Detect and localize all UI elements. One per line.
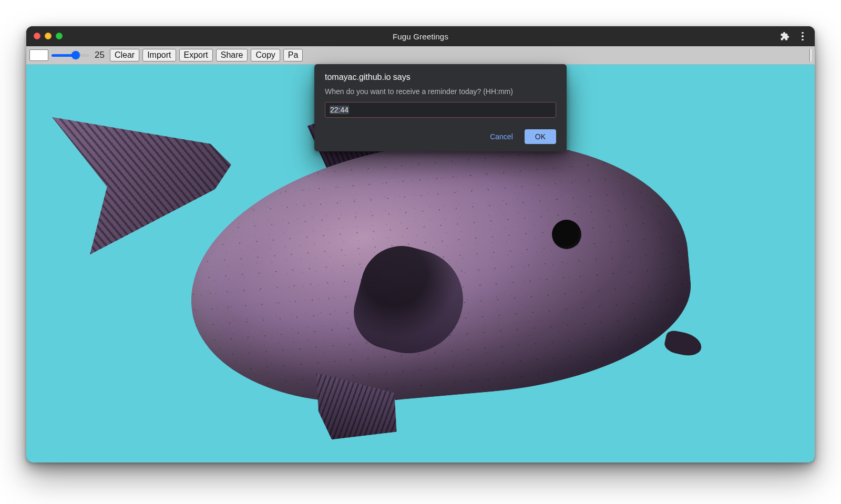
app-window: Fugu Greetings 25 Clear Import Export Sh… bbox=[26, 26, 815, 462]
share-button[interactable]: Share bbox=[216, 49, 248, 61]
slider-track bbox=[52, 54, 89, 57]
prompt-ok-button[interactable]: OK bbox=[525, 129, 556, 144]
paste-button[interactable]: Pa bbox=[283, 49, 303, 61]
titlebar: Fugu Greetings bbox=[26, 26, 815, 46]
slider-thumb[interactable] bbox=[71, 51, 80, 59]
color-swatch[interactable] bbox=[29, 49, 48, 61]
import-button[interactable]: Import bbox=[142, 49, 176, 61]
prompt-dialog: tomayac.github.io says When do you want … bbox=[314, 64, 567, 151]
prompt-origin: tomayac.github.io says bbox=[325, 73, 556, 82]
prompt-message: When do you want to receive a reminder t… bbox=[325, 87, 556, 96]
prompt-input[interactable]: 22:44 bbox=[325, 102, 556, 118]
overflow-menu-icon[interactable] bbox=[795, 28, 811, 44]
window-minimize-button[interactable] bbox=[45, 33, 52, 39]
extensions-icon[interactable] bbox=[777, 28, 793, 44]
window-controls bbox=[34, 33, 63, 39]
clear-button[interactable]: Clear bbox=[110, 49, 139, 61]
export-button[interactable]: Export bbox=[179, 49, 213, 61]
toolbar-overflow-edge bbox=[809, 49, 812, 61]
brush-size-slider[interactable] bbox=[52, 50, 89, 60]
window-zoom-button[interactable] bbox=[56, 33, 63, 39]
window-title: Fugu Greetings bbox=[393, 32, 448, 41]
brush-size-value: 25 bbox=[93, 50, 107, 60]
window-close-button[interactable] bbox=[34, 33, 40, 39]
prompt-input-value: 22:44 bbox=[330, 106, 349, 114]
toolbar: 25 Clear Import Export Share Copy Pa bbox=[26, 46, 815, 65]
prompt-cancel-button[interactable]: Cancel bbox=[486, 129, 517, 144]
copy-button[interactable]: Copy bbox=[251, 49, 280, 61]
